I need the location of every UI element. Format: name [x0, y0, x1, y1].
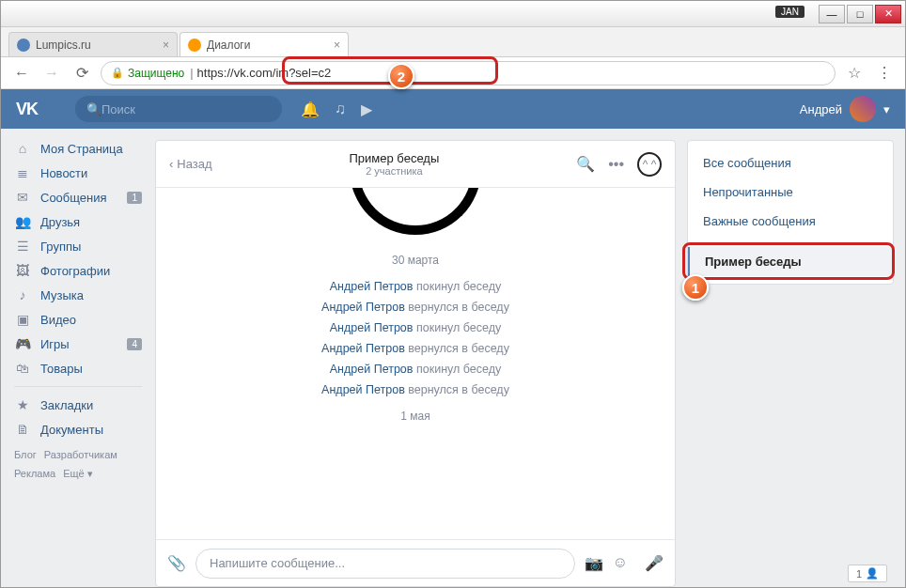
tab-lumpics[interactable]: Lumpics.ru ×	[8, 32, 178, 56]
games-icon: 🎮	[14, 336, 31, 351]
search-input[interactable]: 🔍 Поиск	[75, 96, 282, 122]
close-tab-icon[interactable]: ×	[163, 39, 169, 52]
sidebar-item-photos[interactable]: 🖼Фотографии	[1, 258, 155, 283]
groups-icon: ☰	[14, 239, 31, 254]
back-button[interactable]: ←	[10, 62, 33, 85]
link-more[interactable]: Ещё ▾	[63, 468, 93, 480]
jan-badge: JAN	[775, 6, 804, 18]
sidebar-item-video[interactable]: ▣Видео	[1, 307, 155, 332]
close-tab-icon[interactable]: ×	[334, 39, 340, 52]
footer-links: Блог Разработчикам Реклама Ещё ▾	[1, 441, 155, 487]
search-chat-icon[interactable]: 🔍	[576, 155, 595, 173]
attach-icon[interactable]: 📎	[167, 554, 186, 572]
browser-tabs: Lumpics.ru × Диалоги ×	[1, 27, 905, 57]
secure-label: Защищено	[128, 67, 184, 80]
menu-button[interactable]: ⋮	[873, 62, 896, 85]
video-icon[interactable]: ▶	[361, 101, 372, 118]
emoji-icon[interactable]: ☺	[613, 554, 628, 572]
link-ads[interactable]: Реклама	[14, 468, 55, 480]
minimize-button[interactable]: —	[819, 5, 845, 23]
back-button[interactable]: ‹ Назад	[169, 157, 212, 171]
sidebar-item-games[interactable]: 🎮Игры4	[1, 332, 155, 356]
sidebar: ⌂Моя Страница ≣Новости ✉Сообщения1 👥Друз…	[1, 129, 155, 587]
messages-icon: ✉	[14, 190, 31, 205]
bookmarks-icon: ★	[14, 397, 31, 412]
camera-icon[interactable]: 📷	[585, 554, 603, 572]
star-button[interactable]: ☆	[843, 62, 866, 85]
tab-dialogs[interactable]: Диалоги ×	[180, 32, 349, 56]
sidebar-item-friends[interactable]: 👥Друзья	[1, 209, 155, 234]
vk-header: VK 🔍 Поиск 🔔 ♫ ▶ Андрей ▾	[1, 89, 905, 129]
reload-button[interactable]: ⟳	[70, 62, 93, 85]
filters-panel: Все сообщения Непрочитанные Важные сообщ…	[687, 140, 894, 285]
more-icon[interactable]: •••	[608, 156, 624, 173]
filter-unread[interactable]: Непрочитанные	[688, 178, 893, 207]
address-bar: ← → ⟳ 🔒 Защищено | https://vk.com/im?sel…	[1, 57, 905, 89]
sidebar-item-groups[interactable]: ☰Группы	[1, 234, 155, 258]
mic-icon[interactable]: 🎤	[645, 554, 664, 572]
url-field[interactable]: 🔒 Защищено | https://vk.com/im?sel=c2	[101, 61, 836, 85]
annotation-badge-2: 2	[388, 63, 414, 89]
maximize-button[interactable]: □	[847, 5, 873, 23]
username: Андрей	[800, 102, 842, 116]
chevron-down-icon: ▾	[883, 102, 890, 116]
link-developers[interactable]: Разработчикам	[44, 449, 117, 460]
market-icon: 🛍	[14, 361, 31, 376]
tab-label: Lumpics.ru	[36, 39, 91, 52]
chat-body: 30 марта Андрей Петров покинул беседу Ан…	[156, 188, 675, 539]
sidebar-item-bookmarks[interactable]: ★Закладки	[1, 393, 155, 417]
online-count[interactable]: 1 👤	[848, 565, 887, 582]
divider	[14, 386, 142, 387]
vk-logo[interactable]: VK	[16, 100, 38, 119]
sidebar-item-mypage[interactable]: ⌂Моя Страница	[1, 136, 155, 161]
system-message: Андрей Петров вернулся в беседу	[175, 383, 656, 396]
forward-button[interactable]: →	[40, 62, 63, 85]
documents-icon: 🗎	[14, 422, 31, 437]
avatar	[850, 96, 876, 122]
window-titlebar: — □ ✕	[1, 1, 905, 27]
chat-avatar-large	[350, 188, 481, 235]
chevron-left-icon: ‹	[169, 157, 173, 171]
chat-panel: ‹ Назад Пример беседы 2 участника 🔍 ••• …	[155, 140, 676, 587]
friends-icon: 👥	[14, 214, 31, 229]
user-menu[interactable]: Андрей ▾	[800, 96, 890, 122]
url-text: https://vk.com/im?sel=c2	[197, 66, 332, 80]
person-icon: 👤	[866, 567, 879, 580]
notifications-icon[interactable]: 🔔	[301, 101, 320, 118]
date-label: 1 мая	[175, 410, 656, 423]
lock-icon: 🔒	[111, 67, 124, 79]
sidebar-item-news[interactable]: ≣Новости	[1, 161, 155, 185]
message-input[interactable]: Напишите сообщение...	[195, 549, 575, 579]
music-icon[interactable]: ♫	[335, 101, 346, 118]
system-message: Андрей Петров покинул беседу	[175, 321, 656, 334]
link-blog[interactable]: Блог	[14, 449, 37, 460]
chat-title: Пример беседы 2 участника	[212, 151, 577, 177]
search-icon: 🔍	[86, 102, 102, 116]
close-button[interactable]: ✕	[875, 5, 901, 23]
search-placeholder: Поиск	[102, 102, 135, 116]
annotation-badge-1: 1	[682, 274, 709, 301]
photos-icon: 🖼	[14, 263, 31, 278]
filter-all[interactable]: Все сообщения	[688, 148, 893, 178]
system-message: Андрей Петров покинул беседу	[175, 280, 656, 293]
sidebar-item-music[interactable]: ♪Музыка	[1, 283, 155, 307]
sidebar-item-messages[interactable]: ✉Сообщения1	[1, 185, 155, 209]
sidebar-item-documents[interactable]: 🗎Документы	[1, 417, 155, 441]
filter-conversation[interactable]: Пример беседы	[688, 247, 893, 276]
music-icon: ♪	[14, 287, 31, 302]
favicon-icon	[17, 39, 30, 52]
filter-important[interactable]: Важные сообщения	[688, 207, 893, 236]
news-icon: ≣	[14, 165, 31, 180]
date-label: 30 марта	[175, 254, 656, 267]
sidebar-item-market[interactable]: 🛍Товары	[1, 356, 155, 380]
system-message: Андрей Петров вернулся в беседу	[175, 301, 656, 314]
favicon-icon	[188, 39, 201, 52]
system-message: Андрей Петров вернулся в беседу	[175, 342, 656, 355]
video-icon: ▣	[14, 312, 31, 327]
tab-label: Диалоги	[207, 39, 250, 52]
home-icon: ⌂	[14, 141, 31, 156]
system-message: Андрей Петров покинул беседу	[175, 363, 656, 376]
chat-avatar-icon[interactable]: ^ ^	[637, 152, 662, 177]
